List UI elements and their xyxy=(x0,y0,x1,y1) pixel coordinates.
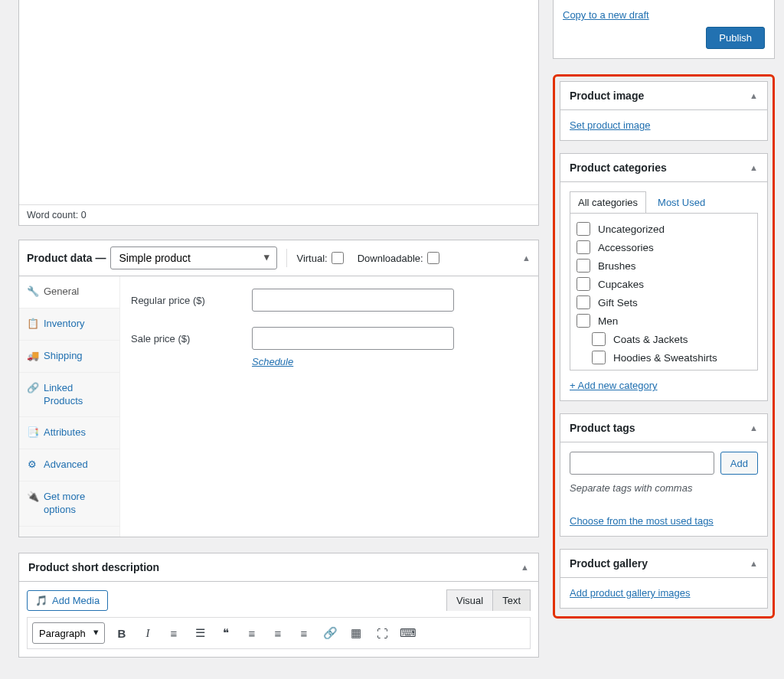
copy-to-draft-link[interactable]: Copy to a new draft xyxy=(563,9,649,21)
downloadable-checkbox[interactable] xyxy=(427,252,439,264)
plugin-icon: 🔌 xyxy=(27,491,38,504)
product-categories-title: Product categories xyxy=(570,162,667,174)
product-gallery-title: Product gallery xyxy=(570,557,648,570)
keyboard-icon[interactable]: ⌨ xyxy=(399,626,417,640)
category-item: Brushes xyxy=(577,256,751,275)
tab-attributes[interactable]: 📑 Attributes xyxy=(19,417,119,449)
set-product-image-link[interactable]: Set product image xyxy=(570,119,651,131)
category-item: Coats & Jackets xyxy=(592,330,751,348)
tab-advanced[interactable]: ⚙ Advanced xyxy=(19,449,119,482)
virtual-checkbox[interactable] xyxy=(332,252,344,264)
category-checkbox[interactable] xyxy=(577,314,590,328)
category-list[interactable]: Uncategorized Accessories Brushes Cupcak… xyxy=(570,214,758,371)
collapse-toggle-icon[interactable]: ▲ xyxy=(750,559,758,568)
add-new-category-link[interactable]: + Add new category xyxy=(570,380,658,391)
tab-get-more[interactable]: 🔌 Get more options xyxy=(19,482,119,527)
link-icon: 🔗 xyxy=(27,382,38,395)
collapse-toggle-icon[interactable]: ▲ xyxy=(521,563,529,572)
tab-general[interactable]: 🔧 General xyxy=(19,276,119,308)
collapse-toggle-icon[interactable]: ▲ xyxy=(750,163,758,172)
quote-icon[interactable]: ❝ xyxy=(217,626,235,640)
category-checkbox[interactable] xyxy=(592,351,606,364)
category-item: Gift Sets xyxy=(577,293,751,312)
tab-linked-products[interactable]: 🔗 Linked Products xyxy=(19,373,119,418)
collapse-toggle-icon[interactable]: ▲ xyxy=(750,91,758,100)
category-checkbox[interactable] xyxy=(592,332,606,346)
category-checkbox[interactable] xyxy=(577,240,590,254)
tab-inventory[interactable]: 📋 Inventory xyxy=(19,308,119,341)
schedule-link[interactable]: Schedule xyxy=(252,356,293,367)
format-select[interactable]: Paragraph xyxy=(32,622,105,644)
category-item: Uncategorized xyxy=(577,220,751,238)
category-checkbox[interactable] xyxy=(577,295,590,309)
align-right-icon[interactable]: ≡ xyxy=(295,627,313,640)
category-item: Men xyxy=(577,312,751,330)
tags-hint: Separate tags with commas xyxy=(570,482,758,494)
wrench-icon: 🔧 xyxy=(27,286,38,299)
sale-price-label: Sale price ($) xyxy=(131,333,252,344)
add-media-button[interactable]: 🎵 Add Media xyxy=(27,590,108,611)
bullet-list-icon[interactable]: ≡ xyxy=(165,627,183,640)
text-tab[interactable]: Text xyxy=(493,589,531,611)
virtual-label: Virtual: xyxy=(296,253,327,264)
bold-icon[interactable]: B xyxy=(113,627,131,640)
collapse-toggle-icon[interactable]: ▲ xyxy=(750,423,758,433)
category-checkbox[interactable] xyxy=(577,222,590,236)
category-item: Accessories xyxy=(577,238,751,256)
add-gallery-images-link[interactable]: Add product gallery images xyxy=(570,587,691,599)
category-checkbox[interactable] xyxy=(577,277,590,291)
product-type-select[interactable]: Simple product xyxy=(110,246,277,269)
tags-input[interactable] xyxy=(570,452,714,475)
categories-tab-all[interactable]: All categories xyxy=(570,191,646,213)
word-count: Word count: 0 xyxy=(19,204,538,225)
truck-icon: 🚚 xyxy=(27,350,38,363)
add-tag-button[interactable]: Add xyxy=(720,452,758,475)
editor-toolbar: Paragraph B I ≡ ☰ ❝ ≡ ≡ ≡ 🔗 ▦ ⛶ ⌨ xyxy=(27,617,531,649)
media-icon: 🎵 xyxy=(35,595,47,606)
content-editor[interactable]: Word count: 0 xyxy=(18,0,539,226)
collapse-toggle-icon[interactable]: ▲ xyxy=(522,253,531,263)
category-item: Cupcakes xyxy=(577,275,751,293)
align-center-icon[interactable]: ≡ xyxy=(269,627,287,640)
categories-tab-most-used[interactable]: Most Used xyxy=(649,191,714,213)
short-description-box: Product short description ▲ 🎵 Add Media … xyxy=(18,553,539,658)
sale-price-input[interactable] xyxy=(252,327,454,350)
regular-price-input[interactable] xyxy=(252,289,454,312)
numbered-list-icon[interactable]: ☰ xyxy=(191,626,209,640)
italic-icon[interactable]: I xyxy=(139,627,157,640)
product-data-title: Product data — xyxy=(27,252,106,264)
list-icon: 📑 xyxy=(27,426,38,439)
category-checkbox[interactable] xyxy=(577,259,590,273)
link-icon[interactable]: 🔗 xyxy=(321,626,339,640)
publish-button[interactable]: Publish xyxy=(706,27,765,49)
product-tags-title: Product tags xyxy=(570,422,635,434)
regular-price-label: Regular price ($) xyxy=(131,295,252,306)
clipboard-icon: 📋 xyxy=(27,318,38,331)
align-left-icon[interactable]: ≡ xyxy=(243,627,261,640)
tab-shipping[interactable]: 🚚 Shipping xyxy=(19,341,119,373)
choose-tags-link[interactable]: Choose from the most used tags xyxy=(570,515,714,527)
visual-tab[interactable]: Visual xyxy=(446,589,493,611)
downloadable-label: Downloadable: xyxy=(358,253,423,264)
product-image-title: Product image xyxy=(570,90,644,102)
fullscreen-icon[interactable]: ⛶ xyxy=(373,627,391,640)
insert-icon[interactable]: ▦ xyxy=(347,626,365,640)
short-desc-title: Product short description xyxy=(28,561,159,573)
gear-icon: ⚙ xyxy=(27,459,38,472)
highlighted-sidebar-region: Product image ▲ Set product image Produc… xyxy=(553,74,775,619)
category-item: Hoodies & Sweatshirts xyxy=(592,348,751,367)
